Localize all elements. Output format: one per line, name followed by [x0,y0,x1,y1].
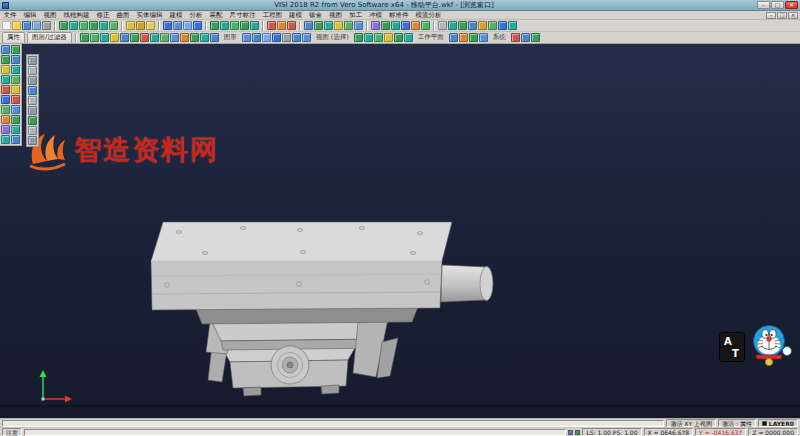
toolbar-icon[interactable] [344,21,353,30]
menu-item[interactable]: 装配 [206,11,226,20]
toolbar-icon[interactable] [220,21,229,30]
menu-item[interactable]: 尺寸标注 [226,11,259,20]
toolbar-icon[interactable] [1,65,10,74]
toolbar-icon[interactable] [11,105,20,114]
minimize-button[interactable]: – [757,1,770,9]
child-close-button[interactable]: ✕ [788,12,798,19]
toolbar-icon[interactable] [287,21,296,30]
toolbar-icon[interactable] [11,45,20,54]
toolbar-icon[interactable] [449,33,458,42]
toolbar-icon[interactable] [521,33,530,42]
toolbar-icon[interactable] [80,33,89,42]
menu-item[interactable]: 加工 [346,11,366,20]
toolbar-icon[interactable] [469,33,478,42]
toolbar-icon[interactable] [411,21,420,30]
menu-item[interactable]: 线框构建 [60,11,93,20]
toolbar-icon[interactable] [136,21,145,30]
toolbar-icon[interactable] [511,33,520,42]
toolbar-icon[interactable] [193,21,202,30]
toolbar-icon[interactable] [126,21,135,30]
toolbar-icon[interactable] [190,33,199,42]
menu-item[interactable]: 分析 [186,11,206,20]
toolbar-icon[interactable] [11,55,20,64]
toolbar-icon[interactable] [478,21,487,30]
menu-item[interactable]: 视图 [326,11,346,20]
toolbar-icon[interactable] [250,21,259,30]
model-geometry[interactable] [151,222,493,396]
toolbar-icon[interactable] [458,21,467,30]
menu-item[interactable]: 编辑 [20,11,40,20]
toolbar-icon[interactable] [28,96,37,105]
toolbar-icon[interactable] [11,85,20,94]
toolbar-icon[interactable] [210,21,219,30]
toolbar-icon[interactable] [28,126,37,135]
toolbar-icon[interactable] [384,33,393,42]
toolbar-icon[interactable] [2,21,11,30]
toolbar-icon[interactable] [479,33,488,42]
toolbar-icon[interactable] [374,33,383,42]
status-layer[interactable]: LAYER0 [758,419,798,427]
command-input-field[interactable] [24,429,566,436]
toolbar-icon[interactable] [277,21,286,30]
toolbar-icon[interactable] [1,135,10,144]
tab-layer-filter[interactable]: 图层/过滤器 [27,32,72,43]
toolbar-icon[interactable] [180,33,189,42]
toolbar-icon[interactable] [468,21,477,30]
toolbar-icon[interactable] [1,45,10,54]
toolbar-icon[interactable] [1,125,10,134]
toolbar-icon[interactable] [28,66,37,75]
toolbar-icon[interactable] [11,95,20,104]
menu-item[interactable]: 建模 [166,11,186,20]
menu-item[interactable]: 钣金 [306,11,326,20]
toolbar-icon[interactable] [163,21,172,30]
toolbar-icon[interactable] [438,21,447,30]
toolbar-icon[interactable] [170,33,179,42]
toolbar-icon[interactable] [267,21,276,30]
status-active-attributes[interactable]: 激活 : 属性 [718,419,756,427]
toolbar-icon[interactable] [69,21,78,30]
toolbar-icon[interactable] [292,33,301,42]
toolbar-icon[interactable] [89,21,98,30]
toolbar-icon[interactable] [304,21,313,30]
toolbar-icon[interactable] [90,33,99,42]
menu-item[interactable]: 实体编辑 [133,11,166,20]
toolbar-icon[interactable] [508,21,517,30]
toolbar-icon[interactable] [314,21,323,30]
toolbar-icon[interactable] [12,21,21,30]
toolbar-icon[interactable] [109,21,118,30]
toolbar-icon[interactable] [240,21,249,30]
menu-item[interactable]: 曲面 [113,11,133,20]
toolbar-icon[interactable] [11,75,20,84]
toolbar-icon[interactable] [448,21,457,30]
toolbar-icon[interactable] [28,56,37,65]
toolbar-icon[interactable] [1,115,10,124]
toolbar-icon[interactable] [200,33,209,42]
toolbar-icon[interactable] [262,33,271,42]
toolbar-icon[interactable] [531,33,540,42]
toolbar-icon[interactable] [11,135,20,144]
child-restore-button[interactable]: □ [777,12,787,19]
tab-properties[interactable]: 属性 [2,32,25,43]
toolbar-icon[interactable] [22,21,31,30]
toolbar-icon[interactable] [28,86,37,95]
child-minimize-button[interactable]: – [766,12,776,19]
menu-item[interactable]: 模流分析 [412,11,445,20]
toolbar-icon[interactable] [79,21,88,30]
toolbar-icon[interactable] [11,65,20,74]
toolbar-icon[interactable] [1,75,10,84]
toolbar-icon[interactable] [230,21,239,30]
toolbar-icon[interactable] [140,33,149,42]
toolbar-icon[interactable] [120,33,129,42]
toolbar-icon[interactable] [28,116,37,125]
toolbar-icon[interactable] [150,33,159,42]
close-button[interactable]: ✕ [785,1,798,9]
toolbar-icon[interactable] [354,21,363,30]
toolbar-icon[interactable] [99,21,108,30]
toolbar-icon[interactable] [242,33,251,42]
menu-item[interactable]: 修正 [93,11,113,20]
menu-item[interactable]: 工程图 [259,11,286,20]
toolbar-icon[interactable] [391,21,400,30]
toolbar-icon[interactable] [210,33,219,42]
toolbar-icon[interactable] [371,21,380,30]
toolbar-icon[interactable] [272,33,281,42]
